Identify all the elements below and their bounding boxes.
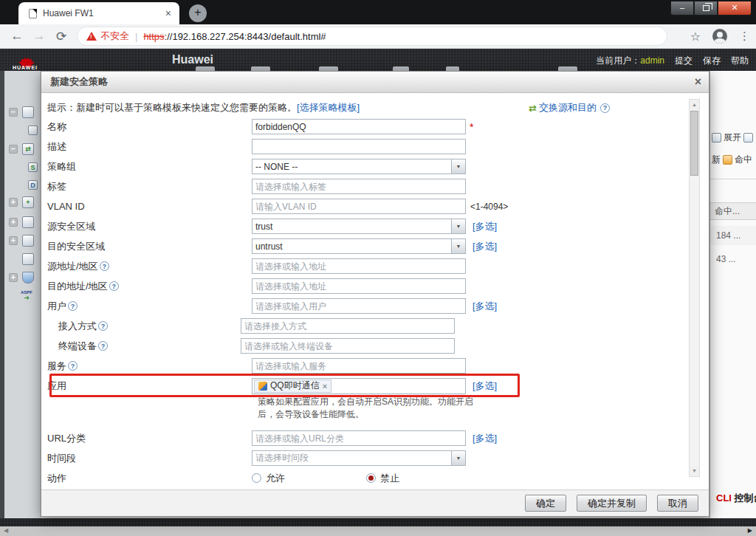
chevron-down-icon[interactable]: ▼ [451,451,465,465]
browser-tab[interactable]: Huawei FW1 × [18,2,179,24]
dialog-scrollbar[interactable]: ▲ ▼ [689,99,700,477]
time-range-label: 时间段 [47,452,252,465]
ok-and-copy-button[interactable]: 确定并复制 [577,495,647,512]
url-category-multi-link[interactable]: [多选] [472,432,497,445]
policy-subitem-icon[interactable] [28,126,38,135]
back-button[interactable]: ← [6,29,28,44]
time-range-select[interactable]: 请选择时间段 ▼ [252,450,466,466]
scroll-right-icon[interactable]: ▶ [748,527,752,534]
action-label: 动作 [47,472,252,485]
table-cell: 184 ... [710,226,756,245]
nat-arrows-icon[interactable]: ⇄ [22,143,34,155]
new-tab-button[interactable]: + [189,4,207,22]
swap-src-dst-link[interactable]: 交换源和目的 [539,101,597,114]
reload-button[interactable]: ⟳ [50,29,72,44]
tag-input[interactable] [252,179,466,194]
action-deny-option[interactable]: 禁止 [366,472,399,485]
policy-doc-icon[interactable] [22,106,34,118]
hit-partial-label[interactable]: 命中 [735,154,752,166]
user-multi-link[interactable]: [多选] [472,300,497,313]
src-zone-multi-link[interactable]: [多选] [472,220,497,233]
help-icon[interactable]: ? [98,321,108,331]
dst-zone-multi-link[interactable]: [多选] [472,240,497,253]
submit-link[interactable]: 提交 [675,55,693,67]
tree-expand-icon[interactable]: + [9,198,18,207]
src-zone-select[interactable]: trust ▼ [252,219,466,234]
vlan-label: VLAN ID [47,201,252,212]
dest-nat-icon[interactable]: D [28,180,38,190]
chevron-down-icon[interactable]: ▼ [451,159,465,173]
browser-menu-icon[interactable]: ⋮ [739,30,750,43]
cancel-button[interactable]: 取消 [657,495,698,512]
help-icon[interactable]: ? [600,103,610,113]
window-minimize-button[interactable]: – [670,1,694,16]
cli-console-link[interactable]: CLI 控制台 [716,492,756,505]
horizontal-scrollbar[interactable]: ◀ ▶ [0,526,756,536]
form-row-src-addr: 源地址/地区? [47,256,698,276]
help-icon[interactable]: ? [68,361,78,371]
tree-expand-icon[interactable]: + [9,218,18,227]
application-label: 应用 [47,379,252,393]
required-asterisk: * [470,121,473,133]
dst-addr-input[interactable] [252,278,466,294]
radio-allow[interactable] [252,473,261,483]
dialog-body: 提示：新建时可以基于策略模板来快速定义您需要的策略。 [选择策略模板] ⇄ 交换… [41,93,709,489]
user-input[interactable] [252,298,466,314]
aspf-icon[interactable]: ASPF➔ [21,290,32,301]
hit-count-icon[interactable] [723,155,732,165]
choose-template-link[interactable]: [选择策略模板] [297,101,360,114]
save-link[interactable]: 保存 [703,55,721,67]
src-addr-label: 源地址/地区 [47,260,98,273]
help-icon[interactable]: ? [100,261,109,271]
bookmark-star-icon[interactable]: ☆ [690,30,701,44]
help-icon[interactable]: ? [109,281,119,291]
tree-expand-icon[interactable]: + [9,273,18,282]
terminal-device-input[interactable] [241,338,455,354]
ok-button[interactable]: 确定 [525,495,566,512]
scrollbar-thumb[interactable] [690,111,698,176]
help-link[interactable]: 帮助 [731,55,749,67]
description-input[interactable] [252,139,466,154]
action-allow-option[interactable]: 允许 [252,472,285,485]
help-icon[interactable]: ? [68,301,78,311]
tab-close-icon[interactable]: × [163,7,173,19]
scroll-down-icon[interactable]: ▼ [690,466,699,476]
url-category-input[interactable] [252,430,466,446]
application-multi-link[interactable]: [多选] [472,379,497,393]
vlan-input[interactable] [252,199,466,214]
tree-expand-icon[interactable]: + [9,236,18,245]
policy-group-select[interactable]: -- NONE -- ▼ [252,159,466,174]
dst-zone-select[interactable]: untrust ▼ [252,238,466,254]
forward-button[interactable]: → [28,29,50,44]
src-addr-input[interactable] [252,258,466,274]
tree-collapse-icon[interactable]: − [9,108,18,117]
remove-tag-icon[interactable]: × [323,382,327,391]
window-restore-button[interactable] [694,1,718,16]
chevron-down-icon[interactable]: ▼ [451,219,465,233]
help-icon[interactable]: ? [98,341,108,351]
security-shield-icon[interactable] [22,272,34,284]
source-nat-icon[interactable]: S [28,162,38,172]
window-close-button[interactable]: ✕ [718,1,752,16]
monitor-arrow-icon[interactable] [22,235,34,247]
globe-edit-icon[interactable] [22,216,34,228]
scroll-up-icon[interactable]: ▲ [690,100,699,110]
dialog-close-icon[interactable]: × [695,75,701,89]
server-add-icon[interactable]: + [22,196,34,208]
service-input[interactable] [252,358,466,374]
address-bar[interactable]: ! 不安全 | https ://192.168.227.254:8443/de… [77,27,667,46]
scroll-left-icon[interactable]: ◀ [4,527,8,534]
radio-deny-checked[interactable] [366,473,376,483]
chevron-down-icon[interactable]: ▼ [451,239,465,253]
doc-lock-icon[interactable] [22,253,34,265]
expand-icon[interactable] [712,133,721,142]
expand-label[interactable]: 展开 [724,131,741,144]
form-row-action: 动作 允许 禁止 [47,468,698,488]
form-row-terminal-device: 终端设备? [47,336,698,356]
profile-avatar[interactable] [712,29,727,44]
table-cell: 43 ... [710,250,756,269]
name-input[interactable] [252,119,466,134]
access-mode-input[interactable] [241,318,455,334]
application-tag-input[interactable]: QQ即时通信 × [252,378,466,394]
tree-collapse-icon[interactable]: − [9,145,18,154]
